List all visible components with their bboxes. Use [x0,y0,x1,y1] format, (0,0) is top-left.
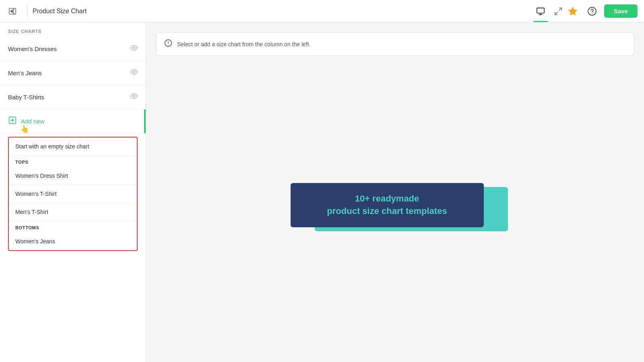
resize-view-button[interactable] [551,4,566,19]
bottoms-category-label: BOTTOMS [9,221,137,232]
sidebar-item-womens-dresses[interactable]: Women's Dresses [0,37,146,61]
visibility-icon[interactable] [130,44,138,53]
content-area: Select or add a size chart from the colu… [146,23,644,362]
dropdown-panel: Start with an empty size chart TOPS Wome… [8,137,138,251]
add-new-button[interactable]: Add new 👆 [0,109,146,134]
visibility-icon[interactable] [130,93,138,102]
desktop-view-button[interactable] [533,4,548,19]
sidebar-item-mens-jeans[interactable]: Men's Jeans [0,61,146,85]
sidebar-item-label: Baby T-Shirts [8,94,44,101]
sidebar: SIZE CHARTS Women's Dresses Men's Jeans … [0,23,146,362]
cursor-icon: 👆 [20,125,29,134]
save-button[interactable]: Save [604,4,638,18]
promo-card: 10+ readymade product size chart templat… [291,183,500,235]
info-text: Select or add a size chart from the colu… [177,41,311,47]
back-button[interactable] [6,5,19,18]
promo-container: 10+ readymade product size chart templat… [156,66,634,352]
womens-jeans-option[interactable]: Women's Jeans [9,232,137,250]
mens-tshirt-option[interactable]: Men's T-Shirt [9,203,137,221]
promo-text: 10+ readymade product size chart templat… [327,193,447,218]
add-new-dropdown: Start with an empty size chart TOPS Wome… [0,134,146,254]
sidebar-item-label: Men's Jeans [8,70,42,76]
svg-line-6 [559,8,561,10]
visibility-icon[interactable] [130,68,138,78]
tops-category-label: TOPS [9,156,137,167]
womens-dress-shirt-option[interactable]: Women's Dress Shirt [9,167,137,185]
info-icon [164,39,172,49]
add-new-icon [8,116,17,127]
promo-line1: 10+ readymade [355,193,419,204]
add-new-label: Add new [21,118,44,125]
help-button[interactable] [585,4,599,19]
sidebar-item-baby-tshirts[interactable]: Baby T-Shirts [0,85,146,109]
star-button[interactable] [566,4,580,19]
view-toggle-group [533,4,566,19]
main-layout: SIZE CHARTS Women's Dresses Men's Jeans … [0,23,644,362]
info-banner: Select or add a size chart from the colu… [156,32,634,56]
svg-marker-8 [569,7,577,15]
svg-line-7 [555,12,557,14]
svg-point-13 [133,95,135,97]
svg-point-12 [133,71,135,73]
svg-rect-3 [537,8,544,13]
header-divider [27,5,28,18]
svg-point-11 [133,47,135,49]
empty-chart-option[interactable]: Start with an empty size chart [9,138,137,156]
page-title: Product Size Chart [33,8,527,15]
app-header: Product Size Chart [0,0,644,23]
promo-main-bg: 10+ readymade product size chart templat… [291,183,484,227]
sidebar-section-label: SIZE CHARTS [0,23,146,37]
sidebar-item-label: Women's Dresses [8,45,57,52]
womens-tshirt-option[interactable]: Women's T-Shirt [9,185,137,203]
header-actions: Save [566,4,638,19]
promo-line2: product size chart templates [327,206,447,216]
